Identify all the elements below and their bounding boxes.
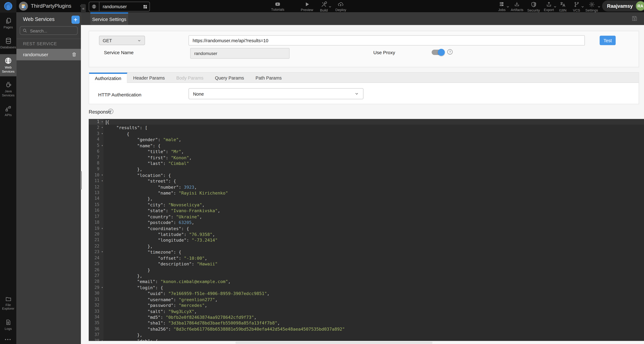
code-line[interactable]: 7 "first": "Konon", (89, 155, 644, 161)
code-line[interactable]: 27 }, (89, 273, 644, 279)
code-line[interactable]: 36 "sha256": "8d3cf6eb617768b6538881e59b… (89, 326, 644, 332)
proxy-help-icon[interactable]: ? (447, 49, 452, 55)
code-line[interactable]: 3▾ { (89, 131, 644, 137)
code-line[interactable]: 35 "sha1": "3d3ba17864d78bd3baefb550098a… (89, 320, 644, 326)
fold-arrow-icon[interactable]: ▾ (102, 178, 103, 184)
code-line[interactable]: 26 } (89, 267, 644, 273)
test-button[interactable]: Test (600, 36, 616, 45)
code-line[interactable]: 11▾ "street": { (89, 178, 644, 184)
code-line[interactable]: 4 "gender": "male", (89, 137, 644, 143)
code-line[interactable]: 29▾ "login": { (89, 285, 644, 291)
sidebar-item-java-services[interactable]: Java Services (0, 78, 16, 100)
code-line[interactable]: 9 }, (89, 166, 644, 172)
code-text: "country": "Ukraine", (104, 214, 202, 220)
code-line[interactable]: 5▾ "name": { (89, 143, 644, 149)
topbar-jobs-button[interactable]: Jobs (497, 1, 507, 12)
method-select[interactable]: GET (99, 36, 145, 45)
topbar-settings-button[interactable]: Settings (585, 1, 598, 12)
fold-arrow-icon[interactable]: ▾ (102, 338, 103, 341)
code-line[interactable]: 13 "name": "Rayisi Kirichenko" (89, 190, 644, 196)
horizontal-scrollbar[interactable] (235, 342, 432, 344)
code-line[interactable]: 34 "md5": "0bfb2e0f82463874aa9278642cfd9… (89, 314, 644, 320)
code-text: "state": "Ivano-Frankivska", (104, 208, 220, 214)
topbar-export-button[interactable]: Export (544, 1, 554, 12)
response-code-editor[interactable]: 1▾{2▾ "results": [3▾ {4 "gender": "male"… (89, 119, 644, 341)
code-line[interactable]: 37 }, (89, 332, 644, 338)
topbar-button-label: Build (320, 8, 328, 12)
fold-arrow-icon[interactable]: ▾ (102, 225, 103, 231)
topbar-tutorials-button[interactable]: Tutorials (271, 1, 284, 11)
code-line[interactable]: 17 "country": "Ukraine", (89, 214, 644, 220)
grid-icon[interactable] (140, 4, 150, 9)
fold-arrow-icon[interactable]: ▾ (102, 285, 103, 291)
topbar-security-button[interactable]: Security (527, 1, 540, 12)
code-line[interactable]: 23▾ "timezone": { (89, 249, 644, 255)
globe-icon (89, 2, 99, 11)
fold-arrow-icon[interactable]: ▾ (102, 125, 103, 131)
fold-arrow-icon[interactable]: ▾ (102, 119, 103, 125)
code-line[interactable]: 6 "title": "Mr", (89, 149, 644, 155)
code-line[interactable]: 22 }, (89, 243, 644, 249)
fold-arrow-icon[interactable]: ▾ (102, 172, 103, 178)
fold-arrow-icon[interactable]: ▾ (102, 249, 103, 255)
topbar-i18n-button[interactable]: I18N (558, 1, 568, 12)
line-number: 5▾ (89, 143, 104, 149)
service-list-item[interactable]: randomuser (16, 49, 81, 60)
user-menu[interactable]: Raajvamsy RA (602, 0, 644, 11)
tab-authorization[interactable]: Authorization (89, 73, 128, 83)
app-selector[interactable]: ThirdPartyPlugins (19, 0, 84, 12)
code-line[interactable]: 38▾ "dob": { (89, 338, 644, 341)
brand-logo[interactable] (0, 0, 16, 12)
code-line[interactable]: 12 "number": 3923, (89, 184, 644, 190)
sidebar-item-file-explorer[interactable]: File Explorer (0, 293, 16, 314)
add-service-button[interactable] (72, 15, 80, 24)
sidebar-item-logs[interactable]: Logs (0, 316, 16, 334)
sidebar-more-button[interactable]: ••• (0, 334, 16, 344)
sidebar-item-apis[interactable]: APIs (0, 102, 16, 120)
collapse-panel-button[interactable]: « (81, 4, 86, 13)
sidebar-item-databases[interactable]: Databases (0, 34, 16, 52)
code-line[interactable]: 1▾{ (89, 119, 644, 125)
service-search[interactable] (20, 26, 78, 35)
code-line[interactable]: 14 }, (89, 196, 644, 202)
topbar-artifacts-button[interactable]: Artifacts (511, 1, 523, 12)
topbar-preview-button[interactable]: Preview (301, 1, 313, 12)
topbar-build-button[interactable]: Build (319, 1, 329, 12)
code-line[interactable]: 31 "username": "greenlion277", (89, 296, 644, 302)
fold-arrow-icon[interactable]: ▾ (102, 143, 103, 149)
trash-icon[interactable] (72, 52, 77, 57)
url-input[interactable] (188, 35, 585, 45)
open-service-tab[interactable]: randomuser (89, 1, 150, 11)
code-line[interactable]: 20 "latitude": "76.9358", (89, 231, 644, 237)
code-line[interactable]: 15 "city": "Novoselicya", (89, 202, 644, 208)
code-line[interactable]: 18 "postcode": 63205, (89, 220, 644, 226)
code-line[interactable]: 33 "salt": "9wg3LcyX", (89, 308, 644, 314)
code-line[interactable]: 21 "longitude": "-73.2414" (89, 237, 644, 243)
response-help-icon[interactable]: ? (108, 109, 114, 114)
fold-arrow-icon[interactable]: ▾ (102, 131, 103, 137)
code-line[interactable]: 28 "email": "konon.cimbal@example.com", (89, 279, 644, 285)
sidebar-item-web-services[interactable]: Web Services (0, 54, 16, 76)
sidebar-item-pages[interactable]: Pages (0, 14, 16, 32)
tab-path-params[interactable]: Path Params (250, 73, 288, 83)
panel-resize-handle[interactable] (80, 171, 82, 189)
code-line[interactable]: 16 "state": "Ivano-Frankivska", (89, 208, 644, 214)
http-authentication-select[interactable]: None (188, 88, 364, 99)
code-line[interactable]: 24 "offset": "-10:00", (89, 255, 644, 261)
use-proxy-toggle[interactable] (432, 50, 444, 55)
code-line[interactable]: 30 "uuid": "7e166959-f51e-4906-8959-3907… (89, 291, 644, 297)
code-line[interactable]: 8 "last": "Cimbal" (89, 160, 644, 166)
tab-query-params[interactable]: Query Params (209, 73, 250, 83)
search-input[interactable] (29, 28, 75, 33)
code-line[interactable]: 10▾ "location": { (89, 172, 644, 178)
code-line[interactable]: 32 "password": "mercedes", (89, 302, 644, 308)
code-line[interactable]: 2▾ "results": [ (89, 125, 644, 131)
tab-service-settings[interactable]: Service Settings (90, 12, 128, 25)
topbar-vcs-button[interactable]: VCS (572, 1, 582, 12)
tab-header-params[interactable]: Header Params (128, 73, 170, 83)
code-line[interactable]: 19▾ "coordinates": { (89, 225, 644, 231)
code-line[interactable]: 25 "description": "Hawaii" (89, 261, 644, 267)
topbar-deploy-button[interactable]: Deploy (336, 1, 346, 12)
service-name-input[interactable] (190, 48, 290, 59)
save-icon[interactable] (631, 15, 638, 22)
